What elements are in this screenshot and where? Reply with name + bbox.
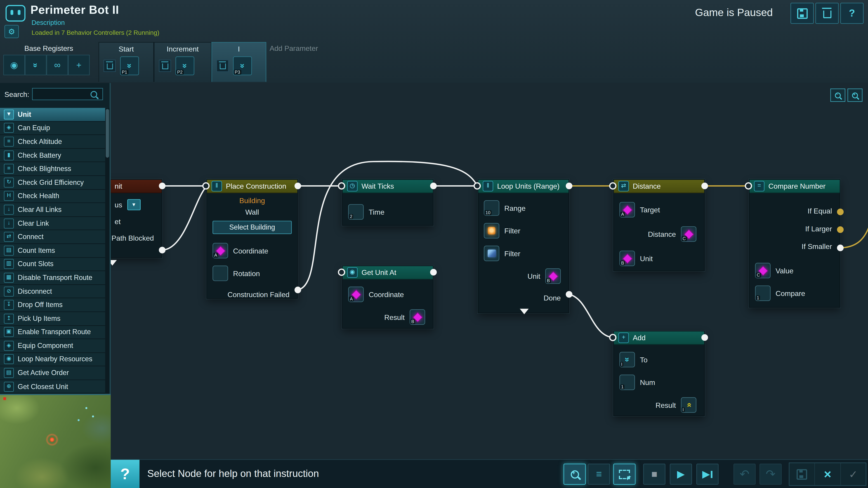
item-icon: ▤ — [4, 368, 14, 378]
node-add[interactable]: + Add »I To 1 Num Result »I — [613, 331, 705, 416]
node-header[interactable]: ◷ Wait Ticks — [343, 180, 433, 193]
sidebar-item-check-grid-efficiency[interactable]: ↻Check Grid Efficiency — [0, 176, 108, 190]
node-header[interactable]: + Add — [614, 331, 704, 345]
select-building-button[interactable]: Select Building — [213, 221, 291, 234]
delete-parameter-button[interactable] — [103, 60, 116, 72]
sidebar-item-check-altitude[interactable]: ≡Check Altitude — [0, 135, 108, 149]
zoom-out-button[interactable]: − — [830, 89, 845, 102]
distance-slot[interactable]: C — [681, 226, 696, 242]
search-input[interactable] — [33, 90, 90, 98]
result-slot[interactable]: »I — [681, 397, 696, 413]
filter-slot-1[interactable] — [484, 223, 499, 238]
tab-parameter-start[interactable]: Start » P1 — [98, 42, 154, 82]
node-header[interactable]: ‖ Loop Units (Range) — [478, 180, 568, 193]
sidebar-item-connect[interactable]: ⇄Connect — [0, 230, 108, 244]
item-icon: ↻ — [4, 177, 14, 188]
node-header[interactable]: ‖ Place Construction — [207, 180, 297, 193]
sidebar-item-can-equip[interactable]: ◈Can Equip — [0, 122, 108, 135]
sidebar-category-unit[interactable]: ▼ Unit — [0, 108, 108, 122]
minimap[interactable] — [0, 394, 111, 488]
description-link[interactable]: Description — [32, 19, 65, 26]
item-label: Check Health — [18, 192, 59, 200]
node-place-construction[interactable]: ‖ Place Construction Building Wall Selec… — [206, 179, 298, 299]
sidebar-item-pick-up-items[interactable]: ↥Pick Up Items — [0, 312, 108, 326]
save-behavior-button[interactable] — [790, 3, 814, 24]
node-loop-units-range[interactable]: ‖ Loop Units (Range) 10 Range Filter Fil… — [477, 179, 569, 313]
node-canvas[interactable]: − + nit us ▼ et Path Blocked ‖ Place Con… — [111, 83, 868, 459]
unit-slot[interactable]: B — [545, 268, 561, 284]
sidebar-item-clear-all-links[interactable]: ↓Clear All Links — [0, 203, 108, 217]
confirm-button[interactable]: ✓ — [841, 463, 866, 485]
tab-parameter-i[interactable]: I » P3 — [212, 42, 266, 82]
close-button[interactable]: × — [815, 463, 841, 485]
step-button[interactable]: ▶ — [696, 464, 719, 485]
sidebar-item-check-battery[interactable]: ▮Check Battery — [0, 149, 108, 162]
to-slot[interactable]: »I — [619, 352, 635, 367]
bottom-bar: ? Select Node for help on that instructi… — [111, 459, 868, 488]
link-register-button[interactable]: ∞ — [46, 55, 68, 75]
search-field[interactable] — [32, 88, 103, 100]
instruction-help-button[interactable]: ? — [111, 460, 140, 488]
undo-button[interactable]: ↶ — [734, 464, 756, 485]
node-distance[interactable]: ⇄ Distance A Target Distance C B Unit — [613, 179, 705, 271]
settings-button[interactable]: ⚙ — [4, 25, 19, 38]
time-slot[interactable]: 2 — [348, 204, 364, 220]
node-wait-ticks[interactable]: ◷ Wait Ticks 2 Time — [342, 179, 433, 226]
sidebar-item-clear-link[interactable]: ↓Clear Link — [0, 217, 108, 230]
slot-value: 10 — [485, 210, 492, 215]
sidebar-item-equip-component[interactable]: ◈Equip Component — [0, 339, 108, 353]
node-header[interactable]: ◉ Get Unit At — [343, 266, 433, 280]
node-get-unit-at[interactable]: ◉ Get Unit At A Coordinate Result B — [342, 266, 433, 329]
node-compare-number[interactable]: = Compare Number If Equal If Larger If S… — [749, 179, 840, 307]
sidebar-item-drop-off-items[interactable]: ↧Drop Off Items — [0, 298, 108, 312]
sidebar-item-enable-transport-route[interactable]: ▣Enable Transport Route — [0, 326, 108, 339]
value-slot[interactable]: C — [755, 263, 771, 278]
save-changes-button[interactable] — [789, 463, 815, 485]
tab-parameter-increment[interactable]: Increment » P2 — [154, 42, 212, 82]
redo-button[interactable]: ↷ — [760, 464, 782, 485]
store-register-button[interactable]: » — [25, 55, 46, 75]
sidebar-item-count-slots[interactable]: ▥Count Slots — [0, 258, 108, 271]
sidebar-item-disconnect[interactable]: ⊘Disconnect — [0, 285, 108, 298]
help-button[interactable]: ? — [840, 3, 864, 24]
sidebar-item-check-blightness[interactable]: ≡Check Blightness — [0, 162, 108, 176]
node-clipped[interactable]: nit us ▼ et Path Blocked — [111, 179, 162, 258]
zoom-in-button[interactable]: + — [847, 89, 862, 102]
sidebar-item-loop-nearby-resources[interactable]: ◉Loop Nearby Resources — [0, 353, 108, 366]
result-slot[interactable]: B — [410, 309, 425, 325]
coordinate-slot[interactable]: A — [213, 243, 228, 258]
node-header[interactable]: ⇄ Distance — [614, 180, 704, 193]
sidebar-item-disable-transport-route[interactable]: ▦Disable Transport Route — [0, 271, 108, 285]
stop-button[interactable]: ■ — [643, 464, 665, 485]
goto-register-button[interactable]: + — [68, 55, 90, 75]
sidebar-item-check-health[interactable]: HCheck Health — [0, 190, 108, 203]
node-header[interactable]: = Compare Number — [749, 180, 840, 193]
filter-slot-2[interactable] — [484, 246, 499, 261]
delete-behavior-button[interactable] — [815, 3, 839, 24]
unit-slot[interactable]: B — [619, 251, 635, 266]
compare-slot[interactable]: 1 — [755, 286, 771, 301]
sidebar-item-get-active-order[interactable]: ▤Get Active Order — [0, 366, 108, 380]
scrollbar-thumb[interactable] — [106, 109, 109, 158]
parameter-register-p2[interactable]: » P2 — [176, 57, 194, 75]
sidebar-item-get-closest-unit[interactable]: ⊕Get Closest Unit — [0, 380, 108, 394]
node-list-button[interactable]: ≡ — [588, 464, 610, 485]
delete-parameter-button[interactable] — [217, 60, 229, 72]
zoom-tool-button[interactable]: + — [563, 464, 586, 485]
add-parameter-button[interactable]: Add Parameter — [270, 44, 318, 53]
range-slot[interactable]: 10 — [484, 200, 499, 216]
signal-register-button[interactable]: ◉ — [3, 55, 25, 75]
coordinate-slot[interactable]: A — [348, 287, 364, 302]
dropdown-button[interactable]: ▼ — [127, 199, 141, 210]
num-slot[interactable]: 1 — [619, 375, 635, 390]
box-select-button[interactable] — [613, 464, 636, 485]
node-header[interactable]: nit — [111, 180, 162, 193]
sidebar-item-count-items[interactable]: ▤Count Items — [0, 244, 108, 258]
sidebar-scrollbar[interactable] — [105, 108, 110, 394]
target-slot[interactable]: A — [619, 202, 635, 218]
play-button[interactable]: ▶ — [670, 464, 692, 485]
rotation-slot[interactable] — [213, 266, 228, 281]
parameter-register-p3[interactable]: » P3 — [233, 57, 252, 75]
delete-parameter-button[interactable] — [159, 60, 171, 72]
parameter-register-p1[interactable]: » P1 — [120, 57, 139, 75]
